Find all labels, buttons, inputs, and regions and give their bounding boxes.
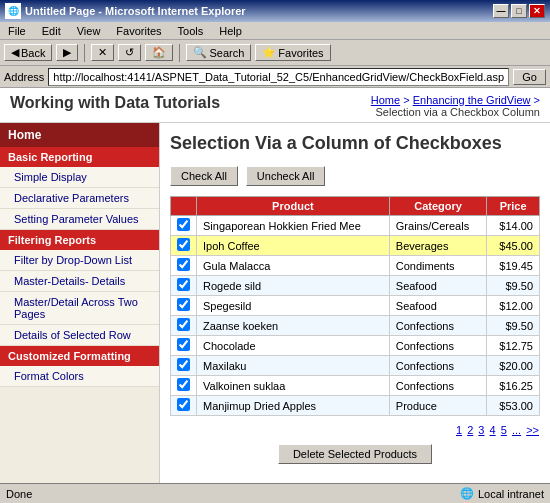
row-checkbox-cell — [171, 276, 197, 296]
row-checkbox-cell — [171, 256, 197, 276]
menu-favorites[interactable]: Favorites — [112, 24, 165, 38]
sidebar-item-master-detail-two[interactable]: Master/Detail Across Two Pages — [0, 292, 159, 325]
page-5[interactable]: 5 — [501, 424, 507, 436]
table-row: Manjimup Dried Apples Produce $53.00 — [171, 396, 540, 416]
row-checkbox[interactable] — [177, 378, 190, 391]
page-next[interactable]: >> — [526, 424, 539, 436]
check-buttons-row: Check All Uncheck All — [170, 166, 540, 186]
page-area: Working with Data Tutorials Home > Enhan… — [0, 88, 550, 483]
table-row: Singaporean Hokkien Fried Mee Grains/Cer… — [171, 216, 540, 236]
row-checkbox-cell — [171, 216, 197, 236]
main-heading: Selection Via a Column of Checkboxes — [170, 133, 540, 154]
sidebar-item-declarative[interactable]: Declarative Parameters — [0, 188, 159, 209]
sidebar-item-setting-params[interactable]: Setting Parameter Values — [0, 209, 159, 230]
row-checkbox[interactable] — [177, 298, 190, 311]
row-checkbox-cell — [171, 236, 197, 256]
delete-selected-button[interactable]: Delete Selected Products — [278, 444, 432, 464]
row-checkbox[interactable] — [177, 218, 190, 231]
page-4[interactable]: 4 — [490, 424, 496, 436]
address-input[interactable] — [48, 68, 509, 86]
statusbar: Done 🌐 Local intranet — [0, 483, 550, 503]
main-content: Selection Via a Column of Checkboxes Che… — [160, 123, 550, 483]
row-product: Ipoh Coffee — [197, 236, 390, 256]
address-label: Address — [4, 71, 44, 83]
menu-view[interactable]: View — [73, 24, 105, 38]
menu-help[interactable]: Help — [215, 24, 246, 38]
page-ellipsis[interactable]: ... — [512, 424, 521, 436]
row-product: Rogede sild — [197, 276, 390, 296]
table-row: Ipoh Coffee Beverages $45.00 — [171, 236, 540, 256]
check-all-button[interactable]: Check All — [170, 166, 238, 186]
uncheck-all-button[interactable]: Uncheck All — [246, 166, 325, 186]
forward-button[interactable]: ▶ — [56, 44, 78, 61]
window-frame: 🌐 Untitled Page - Microsoft Internet Exp… — [0, 0, 550, 503]
row-product: Gula Malacca — [197, 256, 390, 276]
row-checkbox-cell — [171, 376, 197, 396]
favorites-icon: ⭐ — [262, 46, 276, 59]
row-price: $12.00 — [487, 296, 540, 316]
row-product: Zaanse koeken — [197, 316, 390, 336]
row-checkbox[interactable] — [177, 398, 190, 411]
breadcrumb-section[interactable]: Enhancing the GridView — [413, 94, 531, 106]
maximize-button[interactable]: □ — [511, 4, 527, 18]
titlebar: 🌐 Untitled Page - Microsoft Internet Exp… — [0, 0, 550, 22]
row-checkbox[interactable] — [177, 358, 190, 371]
menu-edit[interactable]: Edit — [38, 24, 65, 38]
sidebar-item-details-selected[interactable]: Details of Selected Row — [0, 325, 159, 346]
zone-icon: 🌐 — [460, 487, 474, 500]
table-row: Rogede sild Seafood $9.50 — [171, 276, 540, 296]
row-price: $19.45 — [487, 256, 540, 276]
row-product: Maxilaku — [197, 356, 390, 376]
home-button[interactable]: 🏠 — [145, 44, 173, 61]
sidebar-item-format-colors[interactable]: Format Colors — [0, 366, 159, 387]
row-category: Grains/Cereals — [389, 216, 487, 236]
toolbar-separator-2 — [179, 44, 180, 62]
row-category: Condiments — [389, 256, 487, 276]
sidebar-home[interactable]: Home — [0, 123, 159, 147]
sidebar-section-basic: Basic Reporting — [0, 147, 159, 167]
minimize-button[interactable]: — — [493, 4, 509, 18]
sidebar-item-filter-dropdown[interactable]: Filter by Drop-Down List — [0, 250, 159, 271]
table-row: Chocolade Confections $12.75 — [171, 336, 540, 356]
sidebar-item-master-details[interactable]: Master-Details- Details — [0, 271, 159, 292]
row-category: Beverages — [389, 236, 487, 256]
pagination: 1 2 3 4 5 ... >> — [170, 424, 540, 436]
sidebar-item-simple-display[interactable]: Simple Display — [0, 167, 159, 188]
back-icon: ◀ — [11, 46, 19, 59]
stop-button[interactable]: ✕ — [91, 44, 114, 61]
toolbar-separator-1 — [84, 44, 85, 62]
row-category: Seafood — [389, 296, 487, 316]
row-checkbox[interactable] — [177, 278, 190, 291]
go-button[interactable]: Go — [513, 69, 546, 85]
row-checkbox[interactable] — [177, 238, 190, 251]
row-checkbox[interactable] — [177, 258, 190, 271]
breadcrumb-home[interactable]: Home — [371, 94, 400, 106]
row-category: Confections — [389, 316, 487, 336]
menu-tools[interactable]: Tools — [174, 24, 208, 38]
sidebar-section-filtering: Filtering Reports — [0, 230, 159, 250]
close-button[interactable]: ✕ — [529, 4, 545, 18]
site-title: Working with Data Tutorials — [10, 94, 220, 112]
row-product: Valkoinen suklaa — [197, 376, 390, 396]
row-price: $45.00 — [487, 236, 540, 256]
statusbar-right: 🌐 Local intranet — [460, 487, 544, 500]
refresh-button[interactable]: ↺ — [118, 44, 141, 61]
favorites-button[interactable]: ⭐ Favorites — [255, 44, 330, 61]
row-product: Chocolade — [197, 336, 390, 356]
page-1[interactable]: 1 — [456, 424, 462, 436]
page-3[interactable]: 3 — [478, 424, 484, 436]
window-icon: 🌐 — [5, 3, 21, 19]
titlebar-left: 🌐 Untitled Page - Microsoft Internet Exp… — [5, 3, 246, 19]
row-checkbox-cell — [171, 296, 197, 316]
page-header: Working with Data Tutorials Home > Enhan… — [0, 88, 550, 123]
row-checkbox[interactable] — [177, 318, 190, 331]
back-button[interactable]: ◀ Back — [4, 44, 52, 61]
search-button[interactable]: 🔍 Search — [186, 44, 251, 61]
row-checkbox[interactable] — [177, 338, 190, 351]
col-header-product: Product — [197, 197, 390, 216]
row-category: Confections — [389, 336, 487, 356]
content-layout: Home Basic Reporting Simple Display Decl… — [0, 123, 550, 483]
menu-file[interactable]: File — [4, 24, 30, 38]
page-2[interactable]: 2 — [467, 424, 473, 436]
col-header-category: Category — [389, 197, 487, 216]
